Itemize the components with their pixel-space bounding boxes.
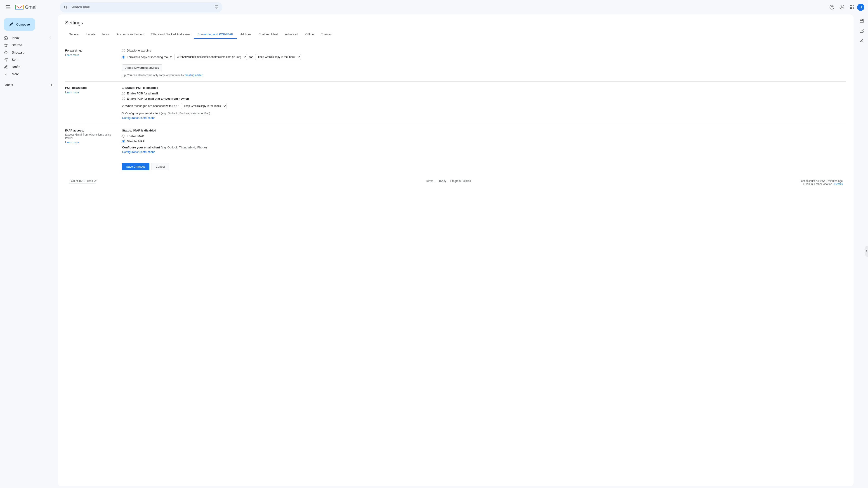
gmail-text: Gmail <box>25 4 37 10</box>
sidebar-item-inbox[interactable]: Inbox 1 <box>0 34 54 41</box>
apps-button[interactable] <box>847 3 856 12</box>
imap-content-col: Status: IMAP is disabled Enable IMAP Dis… <box>122 129 846 154</box>
details-link[interactable]: Details <box>834 183 843 186</box>
disable-forwarding-radio[interactable] <box>122 49 125 52</box>
forward-email-select[interactable]: 3i4ft5zmwds8@mailservice.chatmaxima.com … <box>174 54 247 60</box>
save-changes-button[interactable]: Save Changes <box>122 163 149 170</box>
imap-section-desc: (access Gmail from other clients using I… <box>65 133 115 139</box>
pop-when-select[interactable]: keep Gmail's copy in the Inboxarchive Gm… <box>181 103 227 109</box>
imap-disable-radio[interactable] <box>122 140 125 143</box>
sidebar-item-snoozed[interactable]: Snoozed <box>0 49 54 56</box>
search-bar[interactable] <box>60 2 222 12</box>
edit-storage-icon[interactable] <box>94 180 97 183</box>
tab-general[interactable]: General <box>65 30 83 39</box>
compose-button[interactable]: Compose <box>4 18 35 31</box>
starred-icon <box>4 43 8 47</box>
enable-forwarding-radio[interactable] <box>122 56 125 59</box>
svg-point-21 <box>861 39 863 41</box>
pop-now-radio[interactable] <box>122 97 125 100</box>
tab-offline[interactable]: Offline <box>302 30 317 39</box>
avatar[interactable]: H <box>857 4 864 11</box>
tabs-bar: General Labels Inbox Accounts and Import… <box>65 30 846 39</box>
tab-inbox[interactable]: Inbox <box>99 30 113 39</box>
apps-icon <box>849 5 854 10</box>
header-left: Gmail <box>4 3 53 12</box>
sidebar-item-more[interactable]: More <box>0 70 54 78</box>
last-activity: Last account activity: 0 minutes ago <box>800 180 843 183</box>
tab-addons[interactable]: Add-ons <box>237 30 255 39</box>
imap-configure-row: Configure your email client (e.g. Outloo… <box>122 146 846 149</box>
calendar-button[interactable] <box>857 16 866 25</box>
pop-learn-more-link[interactable]: Learn more <box>65 91 79 94</box>
imap-config-link-row: Configuration instructions <box>122 150 846 154</box>
imap-enable-label[interactable]: Enable IMAP <box>127 134 144 138</box>
tab-labels[interactable]: Labels <box>83 30 98 39</box>
tab-themes[interactable]: Themes <box>317 30 335 39</box>
inbox-label: Inbox <box>12 36 20 40</box>
add-forwarding-address-button[interactable]: Add a forwarding address <box>122 64 162 71</box>
creating-filter-link[interactable]: creating a filter! <box>185 74 203 77</box>
pop-label-col: POP download: Learn more <box>65 86 115 120</box>
drafts-icon <box>4 65 8 69</box>
pop-config-link[interactable]: Configuration instructions <box>122 116 155 120</box>
help-icon <box>829 5 834 10</box>
storage-fill <box>69 184 69 184</box>
tab-chat[interactable]: Chat and Meet <box>255 30 281 39</box>
search-options-icon[interactable] <box>214 5 219 9</box>
pop-all-radio[interactable] <box>122 92 125 95</box>
pop-when-label: 2. When messages are accessed with POP <box>122 104 179 107</box>
settings-button[interactable] <box>837 3 846 12</box>
imap-learn-more-link[interactable]: Learn more <box>65 141 79 144</box>
forward-action-select[interactable]: keep Gmail's copy in the Inboxarchive Gm… <box>255 54 301 60</box>
hamburger-menu-icon[interactable] <box>4 3 13 12</box>
sidebar-item-sent[interactable]: Sent <box>0 56 54 63</box>
add-label-button[interactable] <box>49 82 54 88</box>
sidebar-item-drafts[interactable]: Drafts <box>0 63 54 70</box>
labels-title: Labels <box>4 83 13 87</box>
imap-enable-radio[interactable] <box>122 135 125 138</box>
contacts-button[interactable] <box>857 36 866 45</box>
search-input[interactable] <box>70 5 212 9</box>
header: Gmail <box>0 0 868 14</box>
starred-label: Starred <box>12 43 22 47</box>
program-policies-link[interactable]: Program Policies <box>450 180 471 183</box>
pop-enable-now-label: Enable POP for mail that arrives from no… <box>127 97 189 100</box>
tab-advanced[interactable]: Advanced <box>281 30 302 39</box>
svg-point-3 <box>841 6 842 8</box>
tab-accounts[interactable]: Accounts and Import <box>113 30 147 39</box>
pop-config-link-row: Configuration instructions <box>122 116 846 120</box>
imap-section-label: IMAP access: <box>65 129 115 132</box>
disable-forwarding-label[interactable]: Disable forwarding <box>127 49 151 52</box>
enable-forwarding-row: Forward a copy of incoming mail to 3i4ft… <box>122 54 846 60</box>
svg-rect-9 <box>853 7 854 8</box>
svg-rect-4 <box>850 5 851 6</box>
drafts-label: Drafts <box>12 65 20 69</box>
inbox-icon <box>4 36 8 40</box>
sidebar: Compose Inbox 1 Starred Snoozed <box>0 14 58 488</box>
forward-label[interactable]: Forward a copy of incoming mail to <box>127 55 173 59</box>
help-button[interactable] <box>827 3 836 12</box>
pop-status-row: 1. Status: POP is disabled <box>122 86 846 90</box>
cancel-button[interactable]: Cancel <box>151 163 169 170</box>
footer: 0 GB of 15 GB used Terms · Privacy · Pro… <box>65 177 846 188</box>
terms-link[interactable]: Terms <box>426 180 433 183</box>
privacy-link[interactable]: Privacy <box>437 180 446 183</box>
forwarding-learn-more-link[interactable]: Learn more <box>65 54 79 57</box>
storage-text: 0 GB of 15 GB used <box>69 180 93 183</box>
imap-disable-label[interactable]: Disable IMAP <box>127 140 145 143</box>
gmail-logo[interactable]: Gmail <box>15 4 37 10</box>
sidebar-item-starred[interactable]: Starred <box>0 41 54 49</box>
search-bar-container <box>60 2 222 12</box>
tab-filters[interactable]: Filters and Blocked Addresses <box>147 30 194 39</box>
storage-bar <box>69 184 96 184</box>
pop-section-label: POP download: <box>65 86 115 90</box>
pop-now-bold: mail that arrives from now on <box>148 97 189 100</box>
forwarding-tip: Tip: You can also forward only some of y… <box>122 74 846 77</box>
pop-enable-all-label: Enable POP for all mail <box>127 92 158 95</box>
tasks-button[interactable] <box>857 26 866 35</box>
imap-config-link[interactable]: Configuration instructions <box>122 150 155 154</box>
expand-side-panel-button[interactable] <box>865 246 868 257</box>
pop-content-col: 1. Status: POP is disabled Enable POP fo… <box>122 86 846 120</box>
svg-marker-13 <box>4 43 8 47</box>
tab-forwarding[interactable]: Forwarding and POP/IMAP <box>194 30 237 39</box>
